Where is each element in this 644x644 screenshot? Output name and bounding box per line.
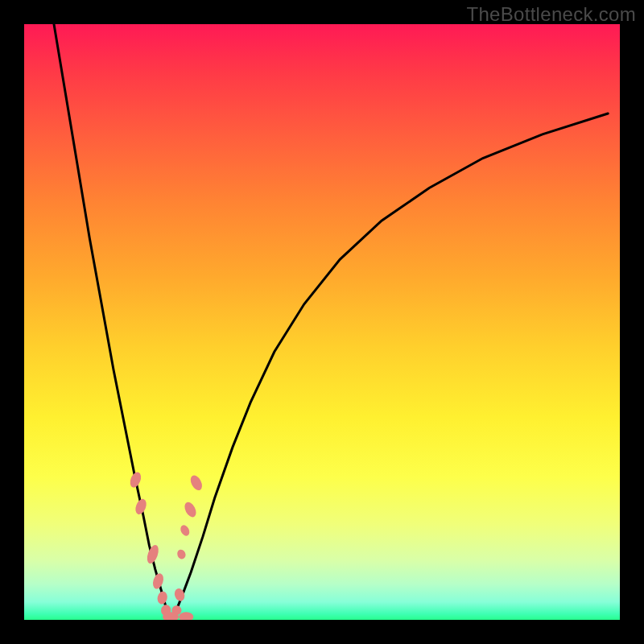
marker-right-3 <box>175 548 187 560</box>
attribution-text: TheBottleneck.com <box>466 3 636 26</box>
bottleneck-curve-chart <box>24 24 620 620</box>
marker-right-0 <box>188 473 204 492</box>
right-curve <box>172 114 609 620</box>
marker-left-0 <box>128 471 143 489</box>
marker-left-3 <box>151 572 166 591</box>
plot-area <box>24 24 620 620</box>
marker-left-4 <box>156 590 169 605</box>
marker-right-1 <box>182 500 198 518</box>
chart-frame: TheBottleneck.com <box>0 0 644 644</box>
marker-left-2 <box>145 543 160 565</box>
marker-bottom-1 <box>179 612 193 620</box>
left-curve <box>54 24 172 620</box>
marker-right-2 <box>179 523 191 537</box>
marker-left-1 <box>134 497 149 516</box>
